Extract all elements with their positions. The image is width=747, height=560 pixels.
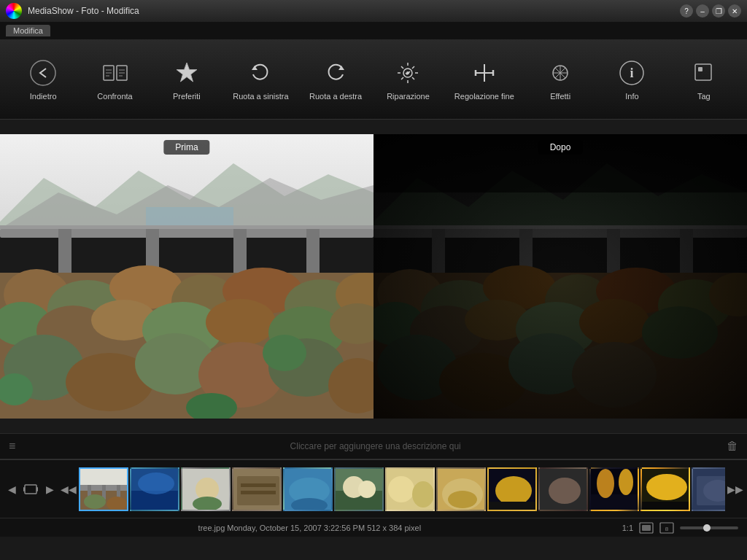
rotate-right-icon: [321, 58, 350, 88]
svg-rect-26: [0, 225, 374, 229]
thumbnail-strip: [79, 467, 725, 511]
caption-edit-icon: ≡: [9, 440, 15, 453]
svg-rect-99: [241, 491, 276, 494]
svg-rect-124: [642, 502, 690, 511]
tool-info-label: Info: [625, 92, 638, 101]
svg-point-0: [31, 61, 55, 85]
svg-rect-119: [591, 494, 639, 511]
thumbnail-7[interactable]: [385, 467, 435, 511]
svg-point-120: [597, 469, 614, 498]
tool-confronta[interactable]: Confronta: [90, 58, 141, 101]
svg-rect-115: [489, 502, 537, 511]
fine-tune-icon: [470, 58, 499, 88]
thumbnail-10[interactable]: [538, 467, 588, 511]
svg-marker-3: [177, 63, 197, 82]
tool-ruota-destra[interactable]: Ruota a destra: [309, 58, 362, 101]
svg-text:i: i: [630, 66, 634, 80]
zoom-ratio: 1:1: [622, 524, 633, 532]
back-icon: [28, 58, 58, 88]
tool-indietro[interactable]: Indietro: [18, 58, 69, 101]
svg-rect-16: [698, 67, 703, 71]
tool-ruota-sinistra[interactable]: Ruota a sinistra: [233, 58, 288, 101]
minimize-button[interactable]: –: [696, 4, 709, 18]
svg-rect-98: [241, 483, 276, 487]
thumbnail-1[interactable]: [79, 467, 128, 511]
favorites-icon: [172, 58, 201, 88]
svg-rect-81: [36, 487, 38, 491]
filmstrip-frame-icon[interactable]: [22, 481, 39, 498]
caption-placeholder[interactable]: Cliccare per aggiungere una descrizione …: [24, 441, 727, 451]
svg-rect-129: [642, 525, 651, 531]
close-button[interactable]: ✕: [728, 4, 741, 18]
tool-info[interactable]: i Info: [606, 58, 657, 101]
svg-point-89: [107, 497, 127, 511]
zoom-slider[interactable]: [680, 526, 738, 529]
after-label: Dopo: [538, 140, 583, 155]
tool-riparazione-label: Riparazione: [387, 92, 430, 101]
repair-icon: [393, 58, 422, 88]
zoom-fit-icon[interactable]: [639, 522, 654, 534]
after-image: [374, 134, 747, 419]
status-filename: tree.jpg Monday, October 15, 2007 3:22:5…: [9, 524, 611, 532]
tool-preferiti[interactable]: Preferiti: [161, 58, 212, 101]
svg-point-92: [138, 472, 174, 494]
statusbar: tree.jpg Monday, October 15, 2007 3:22:5…: [0, 518, 747, 537]
caption-bar: ≡ Cliccare per aggiungere una descrizion…: [0, 433, 747, 459]
svg-point-108: [388, 476, 414, 502]
svg-point-123: [646, 474, 687, 500]
tool-confronta-label: Confronta: [97, 92, 132, 101]
thumbnail-3[interactable]: [181, 467, 231, 511]
before-image: [0, 134, 374, 419]
filmstrip-rewind[interactable]: ◀◀: [60, 481, 77, 498]
filmstrip-forward[interactable]: ▶▶: [727, 481, 744, 498]
svg-point-39: [206, 299, 276, 346]
thumbnail-2[interactable]: [130, 467, 179, 511]
filmstrip: ◀ ▶ ◀◀: [0, 459, 747, 518]
tool-effetti-label: Effetti: [550, 92, 570, 101]
thumbnail-8[interactable]: [436, 467, 486, 511]
filmstrip-prev-nav[interactable]: ◀: [3, 481, 20, 498]
tool-ruota-destra-label: Ruota a destra: [309, 92, 362, 101]
thumbnail-5[interactable]: [283, 467, 333, 511]
tool-riparazione[interactable]: Riparazione: [382, 58, 433, 101]
svg-point-95: [193, 497, 222, 511]
maximize-button[interactable]: ❐: [712, 4, 725, 18]
svg-point-112: [448, 491, 477, 508]
svg-text:8: 8: [665, 526, 669, 532]
thumbnail-13[interactable]: [692, 467, 725, 511]
titlebar-controls: ? – ❐ ✕: [680, 4, 741, 18]
image-area: Prima: [0, 134, 747, 419]
compare-icon: [101, 58, 130, 88]
tool-effetti[interactable]: Effetti: [535, 58, 586, 101]
thumbnail-12[interactable]: [640, 467, 690, 511]
tab-modifica[interactable]: Modifica: [6, 25, 50, 36]
tool-tag[interactable]: Tag: [678, 58, 729, 101]
tool-ruota-sinistra-label: Ruota a sinistra: [233, 92, 288, 101]
info-icon: i: [617, 58, 646, 88]
thumbnail-9[interactable]: [487, 467, 537, 511]
before-label: Prima: [163, 140, 209, 155]
filmstrip-next-nav[interactable]: ▶: [41, 481, 58, 498]
svg-point-48: [263, 335, 306, 371]
tool-regolazione-fine[interactable]: Regolazione fine: [454, 58, 514, 101]
zoom-slider-handle[interactable]: [703, 524, 711, 532]
svg-point-121: [619, 469, 633, 495]
svg-point-106: [358, 481, 376, 498]
app-logo: [6, 3, 22, 19]
delete-icon[interactable]: 🗑: [727, 440, 738, 453]
toolbar: Indietro Confronta Preferiti Ruota a sin…: [0, 39, 747, 120]
svg-point-114: [495, 476, 532, 505]
after-panel: Dopo: [374, 134, 747, 419]
zoom-controls: 1:1 8: [622, 522, 738, 534]
before-panel: Prima: [0, 134, 374, 419]
tool-indietro-label: Indietro: [30, 92, 57, 101]
thumbnail-6[interactable]: [334, 467, 384, 511]
svg-point-88: [84, 494, 106, 509]
tool-tag-label: Tag: [697, 92, 711, 101]
zoom-size-icon[interactable]: 8: [659, 522, 674, 534]
svg-point-117: [549, 478, 581, 504]
thumbnail-11[interactable]: [589, 467, 639, 511]
help-button[interactable]: ?: [680, 4, 693, 18]
thumbnail-4[interactable]: [232, 467, 282, 511]
svg-rect-15: [695, 64, 711, 80]
